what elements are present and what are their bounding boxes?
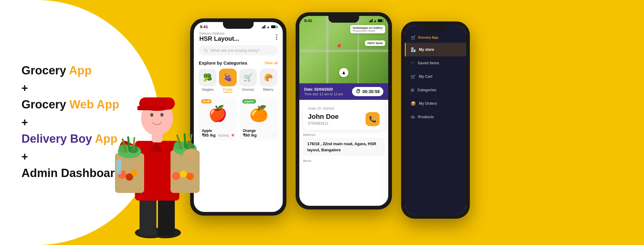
svg-line-27 [185, 134, 185, 147]
cart-logo-icon: 🛒 [411, 35, 416, 40]
bakery-label: Bakery [263, 88, 274, 91]
timer-icon: ⏱ [356, 89, 361, 94]
phone2-signal [369, 19, 373, 22]
order-id: Order ID: 242424 [308, 107, 380, 110]
organic-badge: organic [242, 99, 256, 104]
grocery-label: Grocery [242, 88, 254, 91]
svg-rect-36 [117, 159, 121, 175]
customer-name: John Doe [308, 113, 339, 121]
delivery-time-slot: Time slot: 11 am to 12 pm [304, 92, 343, 96]
call-button[interactable]: 📞 [366, 112, 380, 126]
apple-price: ₹85 /kg ₹120/kg [202, 133, 234, 138]
nav-products-label: Products [418, 115, 434, 119]
svg-rect-14 [137, 106, 165, 110]
map-area: 9:41 ▲ [299, 16, 388, 83]
svg-point-37 [204, 49, 207, 51]
category-fruits[interactable]: 🍇 Fruits [219, 69, 237, 92]
map-label-gallery: Venkatappa Art Gallery Temporarily close… [350, 25, 385, 33]
svg-rect-3 [158, 196, 175, 236]
map-road-v [326, 16, 328, 83]
apple-image: 🍎 [202, 100, 234, 127]
headline-deliveryboy: Delivery Boy [21, 132, 92, 145]
discount-badge: % off [201, 99, 212, 104]
map-pin: 📍 [335, 43, 343, 51]
apple-name: Apple [202, 129, 234, 133]
products-nav-icon: 🛍 [411, 115, 415, 119]
phone1-notch [223, 22, 254, 29]
svg-rect-2 [140, 196, 156, 236]
category-bakery[interactable]: 🥐 Bakery [259, 69, 277, 92]
fruits-icon: 🍇 [219, 69, 237, 86]
favorite-outline-icon[interactable]: ♡ [271, 132, 275, 138]
grocery-icon: 🛒 [239, 69, 257, 86]
products-grid: % off 🍎 Apple ₹85 /kg ₹120/kg ♥ organic … [194, 94, 283, 144]
headline-grocery2: Grocery [21, 98, 66, 111]
phone-delivery-app: 9:41 ▲ [296, 12, 392, 209]
customer-phone: 9765883412 [308, 121, 339, 126]
nav-cart[interactable]: 🛒 My Cart [405, 70, 466, 83]
headline-app: App [69, 64, 92, 77]
phone2-time: 9:41 [304, 18, 312, 23]
svg-point-10 [150, 113, 153, 117]
favorite-icon[interactable]: ♥ [232, 133, 235, 138]
phone1-status-icons: ▲ [262, 25, 277, 29]
customer-row: John Doe 9765883412 📞 [308, 112, 380, 126]
map-road-h [299, 50, 388, 52]
menu-dots[interactable] [276, 34, 277, 40]
svg-line-20 [128, 137, 129, 151]
headline-grocery: Grocery [21, 64, 66, 77]
orders-nav-icon: 📦 [411, 101, 416, 106]
phone-grocery-app: 9:41 ▲ Delivery Address H [190, 18, 286, 216]
category-grocery[interactable]: 🛒 Grocery [239, 69, 257, 92]
veggies-label: Veggies [201, 88, 213, 91]
search-bar[interactable]: What are you buying today? [199, 45, 278, 55]
svg-point-11 [160, 113, 163, 117]
categories-title: Explore by Categories [199, 60, 247, 66]
categories-nav-icon: ⊞ [411, 88, 414, 92]
nav-saved-label: Saved items [418, 61, 439, 65]
svg-point-33 [180, 171, 187, 177]
nav-orders[interactable]: 📦 My Orders [405, 97, 466, 110]
nav-categories[interactable]: ⊞ Categories [405, 83, 466, 97]
signal-icon [262, 25, 265, 28]
address-box: 176/18 , 22nd main road, Agara, HSR layo… [303, 138, 385, 156]
sidebar-nav: 🏪 My store ♡ Saved items 🛒 My Cart ⊞ Cat… [405, 43, 466, 215]
nav-orders-label: My Orders [419, 101, 437, 106]
phone1-time: 9:41 [200, 24, 208, 29]
nav-products[interactable]: 🛍 Products [405, 110, 466, 124]
order-card: Order ID: 242424 John Doe 9765883412 📞 [303, 103, 385, 130]
wifi-icon: ▲ [266, 25, 270, 29]
heart-nav-icon: ♡ [411, 61, 415, 66]
orange-price: ₹60 /kg [243, 133, 275, 138]
nav-saved[interactable]: ♡ Saved items [405, 56, 466, 70]
grocery-app-screen: 9:41 ▲ Delivery Address H [194, 22, 283, 212]
map-label-bank: HDFC Bank [365, 40, 385, 46]
product-apple[interactable]: % off 🍎 Apple ₹85 /kg ₹120/kg ♥ [199, 97, 237, 141]
orange-image: 🍊 [243, 100, 275, 127]
nav-categories-label: Categories [417, 88, 436, 92]
nav-my-store-label: My store [419, 47, 434, 52]
search-placeholder: What are you buying today? [210, 48, 260, 53]
phone-admin-app: 🛒 Grocery App 🏪 My store ♡ Saved items [401, 21, 470, 219]
delivery-address-bar: Delivery Address HSR Layout... [194, 30, 283, 42]
svg-point-32 [172, 172, 180, 180]
delivery-app-screen: 9:41 ▲ [299, 16, 388, 206]
delivery-info-bar: Date: 02/04/2020 Time slot: 11 am to 12 … [299, 83, 388, 100]
address-label: Address [303, 133, 385, 137]
app-name-label: Grocery App [418, 36, 438, 39]
map-nav-button[interactable]: ▲ [339, 68, 348, 77]
product-orange[interactable]: organic 🍊 Orange ₹60 /kg ♡ [240, 97, 278, 141]
bakery-icon: 🥐 [259, 69, 277, 86]
orange-name: Orange [243, 129, 275, 133]
svg-point-34 [186, 173, 194, 180]
store-icon: 🏪 [411, 47, 416, 52]
phone2-wifi-icon: ▲ [374, 19, 377, 23]
fruits-label: Fruits [223, 88, 233, 92]
delivery-person-illustration [110, 31, 202, 245]
svg-line-21 [133, 138, 134, 150]
nav-my-store[interactable]: 🏪 My store [405, 43, 466, 56]
address-section: Address 176/18 , 22nd main road, Agara, … [299, 133, 388, 163]
items-label: Items [303, 159, 385, 163]
view-all-button[interactable]: View all [264, 61, 278, 65]
phone2-battery [378, 19, 383, 22]
